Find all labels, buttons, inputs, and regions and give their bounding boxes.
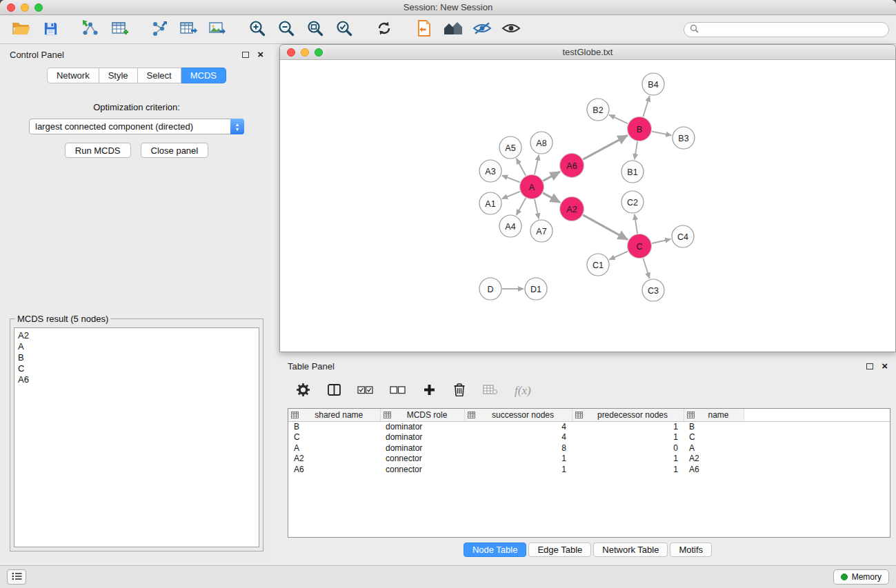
- result-item[interactable]: C: [18, 363, 255, 374]
- graph-edge-C-C4[interactable]: [652, 239, 670, 243]
- graph-edge-A2-C[interactable]: [583, 215, 628, 240]
- graph-node-C2[interactable]: C2: [621, 191, 644, 213]
- graph-edge-A-A5[interactable]: [517, 159, 526, 176]
- graph-edge-A-A4[interactable]: [517, 198, 526, 215]
- table-row[interactable]: A2connector11A2: [288, 454, 890, 465]
- graph-node-C4[interactable]: C4: [672, 225, 694, 247]
- annotation-document-button[interactable]: [410, 17, 439, 42]
- search-field[interactable]: [684, 22, 889, 37]
- column-header-mcds-role[interactable]: MCDS role: [380, 409, 464, 421]
- table-row[interactable]: Adominator80A: [288, 443, 890, 454]
- table-cell[interactable]: 1: [572, 465, 684, 476]
- import-table-button[interactable]: [105, 17, 134, 42]
- result-item[interactable]: A2: [18, 330, 255, 341]
- network-minimize-button[interactable]: [301, 48, 309, 57]
- graph-node-D1[interactable]: D1: [525, 278, 547, 300]
- graph-edge-C-C2[interactable]: [635, 214, 637, 234]
- graph-edge-C-C3[interactable]: [644, 258, 650, 278]
- table-cell[interactable]: 0: [572, 443, 684, 454]
- tab-network[interactable]: Network: [47, 68, 99, 83]
- close-panel-button[interactable]: Close panel: [141, 143, 209, 158]
- table-cell[interactable]: dominator: [380, 421, 464, 432]
- graph-node-C[interactable]: C: [628, 234, 652, 258]
- graph-node-B3[interactable]: B3: [673, 127, 695, 149]
- graph-edge-B-B2[interactable]: [609, 115, 628, 124]
- graph-node-B4[interactable]: B4: [642, 73, 664, 95]
- result-item[interactable]: A6: [18, 374, 255, 385]
- graph-edge-A-A3[interactable]: [502, 175, 520, 182]
- table-cell[interactable]: dominator: [380, 443, 464, 454]
- network-zoom-button[interactable]: [315, 48, 323, 57]
- table-cell[interactable]: 8: [464, 443, 572, 454]
- refresh-button[interactable]: [370, 17, 399, 42]
- export-image-button[interactable]: [203, 17, 232, 42]
- graph-node-A6[interactable]: A6: [560, 154, 584, 178]
- table-cell[interactable]: 1: [464, 465, 572, 476]
- open-session-button[interactable]: [7, 17, 36, 42]
- criterion-dropdown[interactable]: largest connected component (directed) ▲…: [29, 119, 244, 134]
- table-cell[interactable]: 1: [464, 454, 572, 465]
- function-builder-button[interactable]: f(x): [515, 382, 531, 400]
- delete-table-button[interactable]: [483, 382, 498, 400]
- graph-node-A1[interactable]: A1: [479, 192, 501, 214]
- column-header-name[interactable]: name: [684, 409, 744, 421]
- graph-node-A[interactable]: A: [520, 175, 544, 199]
- column-header-successor-nodes[interactable]: successor nodes: [464, 409, 572, 421]
- graph-node-D[interactable]: D: [479, 278, 501, 300]
- network-close-button[interactable]: [287, 48, 295, 57]
- delete-column-button[interactable]: [452, 382, 466, 400]
- minimize-window-button[interactable]: [21, 3, 29, 12]
- table-cell[interactable]: A2: [684, 454, 744, 465]
- graph-node-A8[interactable]: A8: [530, 132, 552, 154]
- tab-edge-table[interactable]: Edge Table: [528, 543, 591, 557]
- column-header-shared-name[interactable]: shared name: [288, 409, 380, 421]
- memory-button[interactable]: Memory: [833, 569, 889, 585]
- graph-edge-B-B3[interactable]: [652, 132, 671, 136]
- table-cell[interactable]: connector: [380, 465, 464, 476]
- graph-edge-B-B1[interactable]: [635, 141, 637, 159]
- graph-node-A2[interactable]: A2: [560, 197, 584, 221]
- tab-style[interactable]: Style: [99, 68, 138, 83]
- graph-edge-B-B4[interactable]: [643, 96, 649, 116]
- graph-edge-A-A6[interactable]: [543, 172, 560, 181]
- close-panel-icon[interactable]: ×: [257, 50, 263, 59]
- float-table-panel-icon[interactable]: [866, 363, 873, 369]
- column-header-predecessor-nodes[interactable]: predecessor nodes: [572, 409, 684, 421]
- network-canvas[interactable]: AA1A3A5A8A4A7A6A2BB1B2B3B4CC1C2C3C4DD1: [281, 61, 895, 351]
- graph-node-A7[interactable]: A7: [530, 220, 552, 242]
- graph-node-A4[interactable]: A4: [499, 215, 521, 237]
- table-cell[interactable]: A2: [288, 454, 380, 465]
- table-cell[interactable]: A6: [684, 465, 744, 476]
- node-table-container[interactable]: shared nameMCDS rolesuccessor nodesprede…: [288, 408, 890, 538]
- table-settings-button[interactable]: [296, 382, 310, 400]
- zoom-out-button[interactable]: [272, 17, 301, 42]
- graph-edge-A-A8[interactable]: [535, 155, 539, 174]
- graph-edge-A-A7[interactable]: [535, 199, 539, 219]
- table-cell[interactable]: B: [684, 421, 744, 432]
- table-row[interactable]: Bdominator41B: [288, 421, 890, 432]
- close-table-panel-icon[interactable]: ×: [882, 362, 888, 370]
- table-row[interactable]: A6connector11A6: [288, 465, 890, 476]
- float-panel-icon[interactable]: [242, 52, 249, 58]
- show-graphics-details-button[interactable]: [468, 17, 497, 42]
- show-columns-button[interactable]: [327, 382, 341, 400]
- graph-edge-C-C1[interactable]: [609, 252, 628, 260]
- close-window-button[interactable]: [7, 3, 15, 12]
- zoom-fit-button[interactable]: [301, 17, 330, 42]
- tab-network-table[interactable]: Network Table: [593, 543, 668, 557]
- table-row[interactable]: Cdominator41C: [288, 432, 890, 443]
- add-column-button[interactable]: [422, 382, 436, 400]
- table-cell[interactable]: A: [288, 443, 380, 454]
- zoom-window-button[interactable]: [34, 3, 43, 12]
- zoom-in-button[interactable]: [243, 17, 272, 42]
- graph-node-B2[interactable]: B2: [587, 99, 609, 121]
- table-cell[interactable]: A6: [288, 465, 380, 476]
- table-cell[interactable]: A: [684, 443, 744, 454]
- table-cell[interactable]: connector: [380, 454, 464, 465]
- table-cell[interactable]: C: [684, 432, 744, 443]
- table-cell[interactable]: dominator: [380, 432, 464, 443]
- graph-node-A5[interactable]: A5: [499, 136, 521, 159]
- select-all-button[interactable]: [357, 382, 373, 400]
- graph-node-C3[interactable]: C3: [642, 279, 664, 301]
- graph-node-C1[interactable]: C1: [587, 254, 609, 276]
